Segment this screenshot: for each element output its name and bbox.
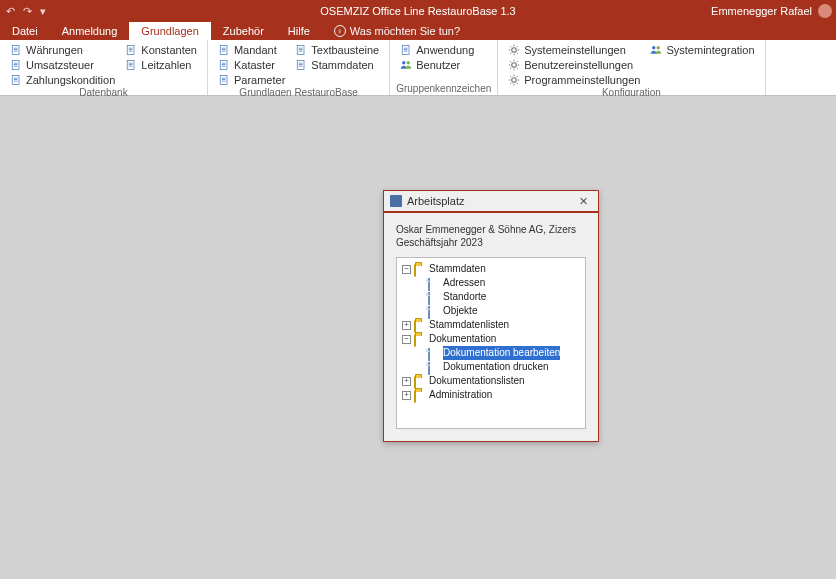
ribbon-doc-icon bbox=[508, 44, 520, 56]
svg-rect-3 bbox=[14, 50, 18, 51]
ribbon-button[interactable]: Zahlungskondition bbox=[6, 72, 119, 87]
ribbon-button[interactable]: Stammdaten bbox=[291, 57, 383, 72]
menu-hilfe[interactable]: Hilfe bbox=[276, 22, 322, 40]
tree-label: Dokumentationslisten bbox=[429, 374, 525, 388]
ribbon-button-label: Systemintegration bbox=[666, 44, 754, 56]
expand-icon[interactable]: + bbox=[402, 391, 411, 400]
ribbon-doc-icon bbox=[295, 44, 307, 56]
ribbon-doc-icon bbox=[10, 74, 22, 86]
ribbon-button[interactable]: Benutzer bbox=[396, 57, 478, 72]
ribbon-doc-icon bbox=[400, 59, 412, 71]
workspace: Arbeitsplatz ✕ Oskar Emmenegger & Söhne … bbox=[0, 96, 836, 579]
svg-rect-30 bbox=[222, 79, 226, 80]
ribbon-button[interactable]: Parameter bbox=[214, 72, 289, 87]
collapse-icon[interactable]: − bbox=[402, 335, 411, 344]
ribbon-group: SystemeinstellungenBenutzereinstellungen… bbox=[498, 40, 765, 95]
svg-rect-17 bbox=[129, 62, 133, 63]
expand-icon[interactable]: + bbox=[402, 377, 411, 386]
tree-item[interactable]: Dokumentation drucken bbox=[415, 360, 583, 374]
ribbon-button[interactable]: Mandant bbox=[214, 42, 289, 57]
ribbon-button-label: Parameter bbox=[234, 74, 285, 86]
tree-label: Dokumentation drucken bbox=[443, 360, 549, 374]
ribbon-button[interactable]: Kataster bbox=[214, 57, 289, 72]
folder-icon bbox=[414, 390, 426, 400]
tree-spacer bbox=[416, 307, 425, 316]
window-titlebar[interactable]: Arbeitsplatz ✕ bbox=[384, 191, 598, 213]
window-icon bbox=[390, 195, 402, 207]
ribbon-button[interactable]: Konstanten bbox=[121, 42, 201, 57]
svg-rect-7 bbox=[14, 65, 18, 66]
tree-item[interactable]: Objekte bbox=[415, 304, 583, 318]
company-info: Oskar Emmenegger & Söhne AG, Zizers Gesc… bbox=[396, 223, 586, 249]
svg-rect-6 bbox=[14, 64, 18, 65]
svg-rect-41 bbox=[404, 47, 408, 48]
svg-point-48 bbox=[512, 77, 517, 82]
svg-rect-2 bbox=[14, 49, 18, 50]
tree-item[interactable]: Standorte bbox=[415, 290, 583, 304]
ribbon-button[interactable]: Währungen bbox=[6, 42, 119, 57]
ribbon-doc-icon bbox=[650, 44, 662, 56]
tree-label: Standorte bbox=[443, 290, 486, 304]
svg-rect-38 bbox=[299, 64, 303, 65]
document-icon bbox=[428, 362, 440, 372]
ribbon-button-label: Mandant bbox=[234, 44, 277, 56]
tell-me-search[interactable]: ♀ Was möchten Sie tun? bbox=[322, 22, 472, 40]
svg-point-44 bbox=[402, 61, 405, 64]
document-icon bbox=[428, 292, 440, 302]
menu-datei[interactable]: Datei bbox=[0, 22, 50, 40]
close-icon[interactable]: ✕ bbox=[574, 195, 592, 208]
undo-icon[interactable]: ↶ bbox=[6, 5, 15, 18]
menu-zubehoer[interactable]: Zubehör bbox=[211, 22, 276, 40]
qat-more-icon[interactable]: ▾ bbox=[40, 5, 46, 18]
svg-rect-23 bbox=[222, 50, 226, 51]
ribbon-button[interactable]: Anwendung bbox=[396, 42, 478, 57]
ribbon-button-label: Leitzahlen bbox=[141, 59, 191, 71]
expand-icon[interactable]: + bbox=[402, 321, 411, 330]
ribbon-button[interactable]: Leitzahlen bbox=[121, 57, 201, 72]
svg-rect-25 bbox=[222, 62, 226, 63]
svg-rect-35 bbox=[299, 50, 303, 51]
tree-item[interactable]: +Stammdatenlisten bbox=[401, 318, 583, 332]
folder-icon bbox=[414, 376, 426, 386]
redo-icon[interactable]: ↷ bbox=[23, 5, 32, 18]
ribbon-button[interactable]: Benutzereinstellungen bbox=[504, 57, 644, 72]
folder-icon bbox=[414, 320, 426, 330]
nav-tree[interactable]: −StammdatenAdressenStandorteObjekte+Stam… bbox=[396, 257, 586, 429]
svg-rect-37 bbox=[299, 62, 303, 63]
svg-point-49 bbox=[652, 46, 655, 49]
ribbon-button-label: Programmeinstellungen bbox=[524, 74, 640, 86]
svg-rect-9 bbox=[14, 77, 18, 78]
tree-item[interactable]: +Dokumentationslisten bbox=[401, 374, 583, 388]
collapse-icon[interactable]: − bbox=[402, 265, 411, 274]
app-title: OSEMZIZ Office Line RestauroBase 1.3 bbox=[320, 5, 515, 17]
ribbon-button[interactable]: Systemintegration bbox=[646, 42, 758, 57]
ribbon-button[interactable]: Textbausteine bbox=[291, 42, 383, 57]
ribbon-doc-icon bbox=[218, 44, 230, 56]
ribbon-button[interactable]: Umsatzsteuer bbox=[6, 57, 119, 72]
ribbon-button-label: Systemeinstellungen bbox=[524, 44, 626, 56]
svg-rect-19 bbox=[129, 65, 133, 66]
tree-item[interactable]: Dokumentation bearbeiten bbox=[415, 346, 583, 360]
tree-folder[interactable]: −Stammdaten bbox=[401, 262, 583, 276]
tree-folder[interactable]: −Dokumentation bbox=[401, 332, 583, 346]
document-icon bbox=[428, 348, 440, 358]
user-name[interactable]: Emmenegger Rafael bbox=[711, 5, 812, 17]
svg-point-50 bbox=[657, 46, 660, 49]
ribbon-button[interactable]: Systemeinstellungen bbox=[504, 42, 644, 57]
svg-point-47 bbox=[512, 62, 517, 67]
tree-item[interactable]: Adressen bbox=[415, 276, 583, 290]
window-title: Arbeitsplatz bbox=[407, 195, 464, 207]
ribbon-button-label: Kataster bbox=[234, 59, 275, 71]
ribbon-button[interactable]: Programmeinstellungen bbox=[504, 72, 644, 87]
tree-item[interactable]: +Administration bbox=[401, 388, 583, 402]
tree-label: Stammdatenlisten bbox=[429, 318, 509, 332]
ribbon-button-label: Stammdaten bbox=[311, 59, 373, 71]
svg-rect-33 bbox=[299, 47, 303, 48]
menu-anmeldung[interactable]: Anmeldung bbox=[50, 22, 130, 40]
tree-label: Adressen bbox=[443, 276, 485, 290]
document-icon bbox=[428, 278, 440, 288]
menu-grundlagen[interactable]: Grundlagen bbox=[129, 22, 211, 40]
svg-rect-15 bbox=[129, 50, 133, 51]
ribbon-doc-icon bbox=[508, 74, 520, 86]
avatar[interactable] bbox=[818, 4, 832, 18]
